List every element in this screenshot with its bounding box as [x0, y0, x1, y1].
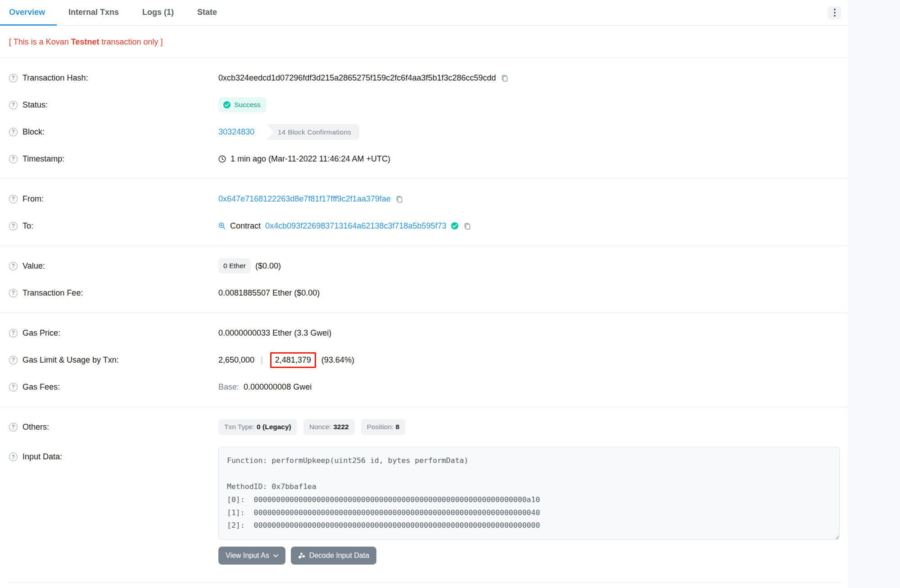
- timestamp-value: 1 min ago (Mar-11-2022 11:46:24 AM +UTC): [231, 154, 390, 164]
- copy-icon: [501, 74, 509, 82]
- help-icon[interactable]: ?: [9, 383, 18, 391]
- tab-bar: Overview Internal Txns Logs (1) State: [0, 0, 849, 26]
- copy-to-address-button[interactable]: [463, 222, 471, 230]
- row-gas-fees: ? Gas Fees: Base: 0.000000008 Gwei: [9, 373, 840, 400]
- help-icon[interactable]: ?: [9, 195, 18, 203]
- help-icon[interactable]: ?: [9, 453, 18, 461]
- section-addresses: ? From: 0x647e7168122263d8e7f81f17fff9c2…: [0, 179, 849, 246]
- row-others: ? Others: Txn Type: 0 (Legacy) Nonce: 32…: [9, 413, 840, 440]
- copy-icon: [395, 195, 403, 203]
- help-icon[interactable]: ?: [9, 128, 18, 136]
- input-data-textarea[interactable]: Function: performUpkeep(uint256 id, byte…: [218, 447, 840, 540]
- row-status: ? Status: Success: [9, 91, 840, 118]
- gas-used-percent: (93.64%): [321, 355, 354, 365]
- row-value: ? Value: 0 Ether ($0.00): [9, 252, 840, 279]
- gas-fees-base-value: 0.000000008 Gwei: [244, 382, 312, 392]
- bottom-divider: [7, 583, 841, 583]
- tab-overview[interactable]: Overview: [0, 0, 57, 26]
- block-number-link[interactable]: 30324830: [218, 127, 254, 137]
- row-gas-price: ? Gas Price: 0.0000000033 Ether (3.3 Gwe…: [9, 319, 840, 346]
- chevron-down-icon: [273, 554, 278, 557]
- gas-price-label: Gas Price:: [23, 328, 60, 338]
- row-gas-limit-usage: ? Gas Limit & Usage by Txn: 2,650,000 | …: [9, 346, 840, 373]
- help-icon[interactable]: ?: [9, 289, 18, 297]
- status-label: Status:: [23, 100, 48, 110]
- decode-icon: [298, 552, 305, 559]
- row-block: ? Block: 30324830 14 Block Confirmations: [9, 118, 840, 145]
- gas-limit-value: 2,650,000: [218, 355, 254, 365]
- kebab-menu-button[interactable]: [828, 6, 841, 19]
- copy-icon: [463, 222, 471, 230]
- copy-tx-hash-button[interactable]: [501, 74, 509, 82]
- to-address-link[interactable]: 0x4cb093f226983713164a62138c3f718a5b595f…: [265, 221, 446, 231]
- row-transaction-fee: ? Transaction Fee: 0.0081885507 Ether ($…: [9, 279, 840, 306]
- input-data-actions: View Input As: [218, 547, 840, 565]
- section-value-fee: ? Value: 0 Ether ($0.00) ? Transaction F…: [0, 246, 849, 313]
- from-label: From:: [23, 194, 44, 204]
- testnet-notice-prefix: [ This is a Kovan: [9, 37, 71, 46]
- help-icon[interactable]: ?: [9, 74, 18, 82]
- row-to: ? To: Contract 0x4cb093f226983713164a621…: [9, 212, 840, 239]
- row-from: ? From: 0x647e7168122263d8e7f81f17fff9c2…: [9, 185, 840, 212]
- status-badge-text: Success: [234, 101, 261, 109]
- others-label: Others:: [23, 422, 49, 432]
- help-icon[interactable]: ?: [9, 262, 18, 270]
- help-icon[interactable]: ?: [9, 356, 18, 364]
- gas-price-value: 0.0000000033 Ether (3.3 Gwei): [218, 328, 331, 338]
- row-input-data: ? Input Data: Function: performUpkeep(ui…: [9, 443, 840, 565]
- tab-logs[interactable]: Logs (1): [131, 0, 185, 26]
- help-icon[interactable]: ?: [9, 423, 18, 431]
- copy-from-address-button[interactable]: [395, 195, 403, 203]
- clock-icon: [218, 155, 226, 163]
- testnet-notice: [ This is a Kovan Testnet transaction on…: [0, 26, 849, 58]
- value-label: Value:: [23, 261, 45, 271]
- transaction-details-card: Overview Internal Txns Logs (1) State [ …: [0, 0, 849, 588]
- section-others-input: ? Others: Txn Type: 0 (Legacy) Nonce: 32…: [0, 407, 849, 583]
- page-background-gutter: [849, 0, 900, 588]
- tab-internal-txns[interactable]: Internal Txns: [57, 0, 131, 26]
- gas-fees-label: Gas Fees:: [23, 382, 60, 392]
- transaction-fee-label: Transaction Fee:: [23, 288, 83, 298]
- transaction-fee-value: 0.0081885507 Ether ($0.00): [218, 288, 320, 298]
- kebab-menu-icon: [834, 9, 836, 10]
- help-icon[interactable]: ?: [9, 155, 18, 163]
- block-label: Block:: [23, 127, 45, 137]
- testnet-notice-suffix: transaction only ]: [99, 37, 163, 46]
- transaction-hash-label: Transaction Hash:: [23, 73, 88, 83]
- tab-state[interactable]: State: [185, 0, 229, 26]
- testnet-notice-bold: Testnet: [71, 37, 99, 46]
- section-overview-top: ? Transaction Hash: 0xcb324eedcd1d07296f…: [0, 58, 849, 179]
- value-usd: ($0.00): [255, 261, 281, 271]
- to-label: To:: [23, 221, 33, 231]
- check-circle-icon: [223, 101, 231, 109]
- row-timestamp: ? Timestamp: 1 min ago (Mar-11-2022 11:4…: [9, 145, 840, 172]
- transaction-hash-value: 0xcb324eedcd1d07296fdf3d215a2865275f159c…: [218, 73, 496, 83]
- gas-used-highlight-box: 2,481,379: [270, 352, 316, 368]
- verified-check-icon: [451, 222, 459, 230]
- magnifier-plus-icon: [218, 222, 226, 229]
- status-badge: Success: [218, 97, 267, 112]
- help-icon[interactable]: ?: [9, 329, 18, 337]
- timestamp-label: Timestamp:: [23, 154, 64, 164]
- row-transaction-hash: ? Transaction Hash: 0xcb324eedcd1d07296f…: [9, 64, 840, 91]
- position-badge: Position: 8: [361, 419, 405, 435]
- txn-type-badge: Txn Type: 0 (Legacy): [218, 419, 297, 435]
- to-contract-type: Contract: [230, 221, 261, 231]
- gas-separator: |: [259, 355, 265, 365]
- help-icon[interactable]: ?: [9, 101, 18, 109]
- from-address-link[interactable]: 0x647e7168122263d8e7f81f17fff9c2f1aa379f…: [218, 194, 391, 204]
- section-gas: ? Gas Price: 0.0000000033 Ether (3.3 Gwe…: [0, 313, 849, 407]
- nonce-badge: Nonce: 3222: [303, 419, 355, 435]
- help-icon[interactable]: ?: [9, 222, 18, 230]
- input-data-label: Input Data:: [23, 452, 62, 462]
- view-input-as-button[interactable]: View Input As: [218, 547, 285, 565]
- gas-fees-base-label: Base:: [218, 382, 239, 392]
- block-confirmations-badge: 14 Block Confirmations: [267, 124, 359, 140]
- decode-input-data-button[interactable]: Decode Input Data: [291, 547, 376, 565]
- gas-used-value: 2,481,379: [275, 355, 311, 364]
- gas-limit-label: Gas Limit & Usage by Txn:: [23, 355, 119, 365]
- value-amount-badge: 0 Ether: [218, 258, 251, 274]
